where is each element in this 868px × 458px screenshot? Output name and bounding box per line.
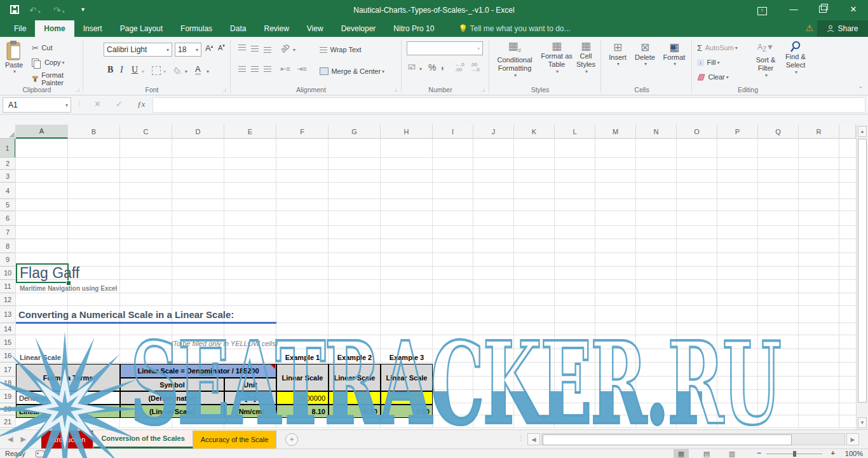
- align-center-icon[interactable]: [251, 66, 259, 72]
- name-box[interactable]: A1▾: [3, 97, 71, 113]
- row-header-2[interactable]: 2: [0, 158, 16, 170]
- row-header-5[interactable]: 5: [0, 199, 16, 211]
- row-header-6[interactable]: 6: [0, 211, 16, 226]
- t1-r1-v3[interactable]: [381, 391, 433, 405]
- align-right-icon[interactable]: [264, 66, 271, 72]
- align-bottom-icon[interactable]: [264, 47, 271, 53]
- hscroll-left-icon[interactable]: ◀: [527, 433, 540, 445]
- paste-button[interactable]: Paste▾: [5, 41, 23, 74]
- tab-data[interactable]: Data: [221, 20, 255, 37]
- font-name-combo[interactable]: Calibri Light▾: [104, 43, 172, 57]
- tab-file[interactable]: File: [5, 20, 35, 37]
- tab-formulas[interactable]: Formulas: [172, 20, 221, 37]
- row-header-8[interactable]: 8: [0, 239, 16, 253]
- t1-formula-terms[interactable]: Formula Terms: [16, 364, 120, 391]
- t1-r1-v2[interactable]: [329, 391, 381, 405]
- find-select-button[interactable]: Find & Select▾: [781, 41, 810, 75]
- row-header-18[interactable]: 18: [0, 377, 16, 390]
- horizontal-scrollbar[interactable]: [541, 433, 845, 445]
- t1-col3-header[interactable]: Linear Scale: [381, 364, 433, 391]
- scroll-up-icon[interactable]: ▲: [858, 126, 867, 137]
- tab-nitro-pro[interactable]: Nitro Pro 10: [384, 20, 443, 37]
- clipboard-dialog-launcher[interactable]: ∟: [75, 87, 80, 93]
- column-header-E[interactable]: E: [224, 125, 276, 139]
- collapse-ribbon-icon[interactable]: ⌃: [858, 86, 863, 92]
- row-header-21[interactable]: 21: [0, 415, 16, 428]
- cell-styles-button[interactable]: ▦ Cell Styles▾: [573, 41, 599, 74]
- column-header-O[interactable]: O: [677, 125, 717, 139]
- font-size-combo[interactable]: 18▾: [175, 43, 201, 57]
- sheet-grid[interactable]: Flag Gaff Maritime Navigation using Exce…: [0, 125, 856, 429]
- tab-view[interactable]: View: [298, 20, 332, 37]
- column-header-M[interactable]: M: [595, 125, 636, 139]
- tell-me-box[interactable]: 💡 Tell me what you want to do...: [458, 24, 570, 33]
- increase-indent-icon[interactable]: ⇥≡: [297, 65, 307, 73]
- zoom-out-icon[interactable]: −: [757, 449, 761, 457]
- cancel-icon[interactable]: ✕: [94, 99, 101, 109]
- accounting-format-icon[interactable]: 🖃: [408, 62, 416, 71]
- sheet-tab-accuracy[interactable]: Accuracy of the Scale: [193, 431, 276, 448]
- page-break-view-icon[interactable]: ▥: [724, 449, 740, 458]
- insert-cells-button[interactable]: ⊞Insert▾: [605, 42, 630, 67]
- column-header-D[interactable]: D: [172, 125, 224, 139]
- t1-r1-symbol[interactable]: (Denominator): [120, 391, 224, 405]
- comma-style-button[interactable]: ,: [441, 60, 444, 71]
- enter-icon[interactable]: ✓: [116, 99, 123, 109]
- font-dialog-launcher[interactable]: ∟: [222, 87, 227, 93]
- tab-developer[interactable]: Developer: [332, 20, 385, 37]
- row-header-9[interactable]: 9: [0, 253, 16, 267]
- cut-button[interactable]: ✂ Cut: [32, 42, 52, 53]
- scroll-down-icon[interactable]: ▼: [858, 417, 867, 428]
- sheet-nav-left-icon[interactable]: ◀: [8, 435, 13, 443]
- example3-header[interactable]: Example 3: [381, 350, 433, 364]
- conditional-formatting-button[interactable]: ▦≠ Conditional Formatting▾: [492, 41, 538, 78]
- row-header-12[interactable]: 12: [0, 293, 16, 306]
- horizontal-scroll-thumb[interactable]: [543, 434, 792, 445]
- normal-view-icon[interactable]: ▦: [674, 449, 689, 458]
- autosum-button[interactable]: Σ AutoSum▾: [697, 42, 738, 53]
- format-as-table-button[interactable]: ▦ Format as Table▾: [540, 41, 573, 74]
- align-left-icon[interactable]: [238, 66, 246, 72]
- select-all-corner[interactable]: [0, 125, 16, 139]
- sheet-tab-conversion[interactable]: Conversion of the Scales: [93, 431, 193, 448]
- new-sheet-icon[interactable]: +: [285, 433, 298, 446]
- increase-decimal-icon[interactable]: ←.0.00: [455, 62, 465, 73]
- row-header-13[interactable]: 13: [0, 306, 16, 323]
- format-painter-button[interactable]: Format Painter: [32, 71, 83, 87]
- zoom-slider[interactable]: [766, 454, 822, 454]
- column-header-K[interactable]: K: [514, 125, 555, 139]
- column-header-P[interactable]: P: [717, 125, 758, 139]
- t1-r1-v1[interactable]: 1500000: [276, 391, 329, 405]
- zoom-in-icon[interactable]: +: [831, 449, 835, 457]
- vertical-scrollbar[interactable]: ▲ ▼: [856, 125, 868, 429]
- selection-fill-handle[interactable]: [66, 281, 71, 286]
- t1-col2-header[interactable]: Linear Scale: [329, 364, 381, 391]
- alert-icon[interactable]: ⚠: [805, 23, 813, 33]
- number-dialog-launcher[interactable]: ∟: [480, 87, 485, 93]
- format-cells-button[interactable]: ▦ Format▾: [660, 42, 689, 67]
- t1-r2-term[interactable]: Linear Scale: [16, 405, 120, 418]
- page-layout-view-icon[interactable]: ▤: [699, 449, 714, 458]
- formula-input[interactable]: [153, 97, 865, 113]
- column-header-N[interactable]: N: [636, 125, 677, 139]
- borders-icon[interactable]: [152, 66, 161, 75]
- orientation-icon[interactable]: ab: [278, 41, 292, 55]
- percent-style-button[interactable]: %: [428, 62, 436, 73]
- align-middle-icon[interactable]: [251, 46, 259, 52]
- number-format-combo[interactable]: ▾: [407, 41, 483, 55]
- column-header-H[interactable]: H: [381, 125, 433, 139]
- row-header-14[interactable]: 14: [0, 323, 16, 335]
- cell-a2-subtitle[interactable]: Maritime Navigation using Excel: [17, 282, 208, 295]
- t1-r2-symbol[interactable]: (Linear Scale): [120, 405, 224, 418]
- t1-r2-v1[interactable]: 8.10: [276, 405, 329, 418]
- t1-symbol-header[interactable]: Symbol: [120, 378, 224, 391]
- underline-dropdown[interactable]: ▾: [142, 69, 144, 74]
- font-color-icon[interactable]: A: [195, 65, 201, 75]
- t1-r2-v2[interactable]: 0.00: [329, 405, 381, 418]
- column-header-C[interactable]: C: [120, 125, 172, 139]
- note-yellow-cells[interactable]: (To be filled only in YELLOW cells): [16, 336, 433, 350]
- fill-button[interactable]: ↓ Fill▾: [697, 57, 720, 68]
- row-header-15[interactable]: 15: [0, 335, 16, 349]
- column-header-B[interactable]: B: [68, 125, 120, 139]
- column-header-I[interactable]: I: [433, 125, 473, 139]
